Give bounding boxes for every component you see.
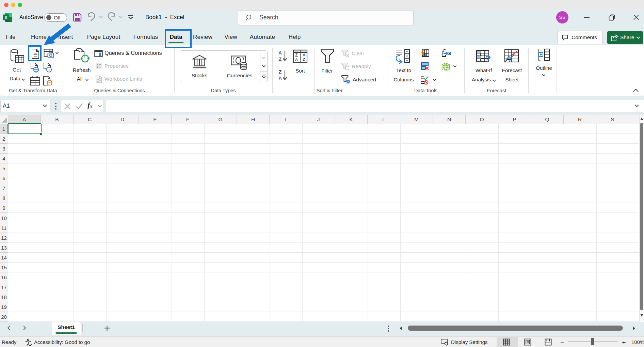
svg-text:A: A bbox=[278, 76, 282, 81]
svg-text:A: A bbox=[295, 57, 298, 62]
svg-text:Z: Z bbox=[295, 53, 297, 58]
svg-text:Z: Z bbox=[303, 57, 305, 62]
svg-text:J: J bbox=[444, 66, 445, 69]
svg-text:?: ? bbox=[485, 54, 491, 64]
svg-text:Z: Z bbox=[279, 57, 282, 62]
svg-text:A: A bbox=[303, 53, 306, 58]
svg-text:X: X bbox=[4, 15, 7, 20]
svg-text:A: A bbox=[278, 50, 282, 56]
